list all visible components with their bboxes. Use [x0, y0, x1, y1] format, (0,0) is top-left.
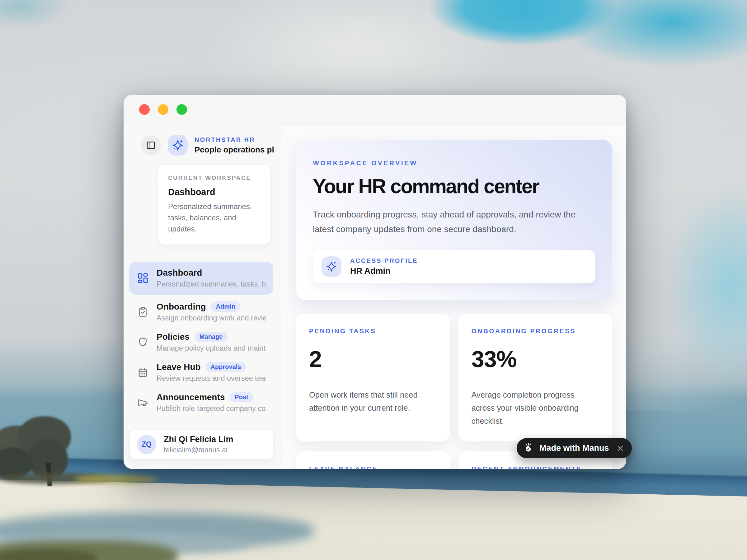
stat-label: ONBOARDING PROGRESS: [471, 327, 599, 335]
sparkle-icon: [321, 256, 341, 277]
stat-label: PENDING TASKS: [309, 327, 437, 335]
clipboard-check-icon: [137, 306, 149, 318]
sidebar-item-leave-hub[interactable]: Leave Hub Approvals Review requests and …: [129, 359, 273, 385]
main-content: WORKSPACE OVERVIEW Your HR command cente…: [281, 125, 626, 469]
nav-item-badge: Admin: [211, 301, 240, 312]
window-titlebar: [124, 95, 626, 125]
close-icon[interactable]: [616, 444, 625, 453]
made-with-manus-badge[interactable]: Made with Manus: [517, 438, 632, 458]
brand-name: NORTHSTAR HR: [195, 136, 274, 143]
panel-left-icon: [146, 140, 156, 150]
nav-item-label: Policies: [157, 332, 189, 342]
page-title: Your HR command center: [313, 175, 595, 198]
nav-item-label: Leave Hub: [157, 362, 201, 372]
access-profile-card: ACCESS PROFILE HR Admin: [313, 250, 595, 283]
user-email: felicialim@manus.ai: [164, 446, 233, 454]
close-window-button[interactable]: [139, 104, 150, 115]
background-grass-highlight: [74, 475, 158, 483]
workspace-card-label: CURRENT WORKSPACE: [168, 175, 260, 181]
sidebar-header: NORTHSTAR HR People operations platf...: [141, 135, 274, 156]
stat-label: RECENT ANNOUNCEMENTS: [471, 465, 599, 469]
sidebar-item-dashboard[interactable]: Dashboard Personalized summaries, tasks,…: [129, 262, 273, 295]
sidebar-item-onboarding[interactable]: Onboarding Admin Assign onboarding work …: [129, 299, 273, 325]
nav-item-label: Dashboard: [157, 268, 202, 278]
shield-icon: [137, 337, 149, 348]
stats-row: PENDING TASKS 2 Open work items that sti…: [296, 314, 612, 441]
stat-description: Average completion progress across your …: [471, 389, 599, 427]
sparkle-icon: [172, 139, 184, 152]
leave-balance-card: LEAVE BALANCE: [296, 451, 450, 469]
nav-item-description: Assign onboarding work and review ...: [157, 314, 266, 322]
brand: NORTHSTAR HR People operations platf...: [195, 136, 274, 155]
sidebar: NORTHSTAR HR People operations platf... …: [124, 125, 281, 469]
stat-value: 33%: [471, 346, 599, 372]
manus-logo-icon: [522, 442, 535, 455]
sidebar-item-policies[interactable]: Policies Manage Manage policy uploads an…: [129, 329, 273, 355]
pending-tasks-card: PENDING TASKS 2 Open work items that sti…: [296, 314, 450, 441]
hero-eyebrow: WORKSPACE OVERVIEW: [313, 159, 595, 167]
nav-item-label: Announcements: [157, 392, 225, 402]
avatar: ZQ: [137, 435, 156, 454]
calendar-icon: [137, 367, 149, 378]
nav-item-badge: Manage: [195, 331, 228, 342]
access-profile-value: HR Admin: [350, 266, 418, 276]
sidebar-item-announcements[interactable]: Announcements Post Publish role-targeted…: [129, 390, 273, 415]
app-logo: [168, 135, 188, 156]
user-profile[interactable]: ZQ Zhi Qi Felicia Lim felicialim@manus.a…: [130, 429, 273, 459]
manus-badge-label: Made with Manus: [539, 443, 609, 453]
background-grass: [0, 550, 97, 560]
nav-item-badge: Approvals: [206, 362, 246, 372]
nav-item-label: Onboarding: [157, 302, 206, 312]
sidebar-nav: Dashboard Personalized summaries, tasks,…: [124, 262, 281, 420]
nav-item-description: Publish role-targeted company com...: [157, 404, 266, 413]
nav-item-description: Personalized summaries, tasks, bal...: [157, 280, 266, 288]
nav-item-description: Review requests and oversee team l...: [157, 374, 266, 383]
megaphone-icon: [137, 397, 149, 408]
workspace-overview-hero: WORKSPACE OVERVIEW Your HR command cente…: [296, 140, 612, 300]
current-workspace-card: CURRENT WORKSPACE Dashboard Personalized…: [157, 164, 271, 245]
minimize-window-button[interactable]: [158, 104, 169, 115]
access-profile-label: ACCESS PROFILE: [350, 257, 418, 264]
nav-item-badge: Post: [230, 392, 253, 402]
brand-tagline: People operations platf...: [195, 145, 274, 155]
zoom-window-button[interactable]: [177, 104, 187, 115]
hero-description: Track onboarding progress, stay ahead of…: [313, 207, 593, 236]
onboarding-progress-card: ONBOARDING PROGRESS 33% Average completi…: [459, 314, 613, 441]
stat-value: 2: [309, 346, 437, 372]
desktop: NORTHSTAR HR People operations platf... …: [0, 0, 747, 560]
stat-label: LEAVE BALANCE: [309, 465, 437, 469]
workspace-card-description: Personalized summaries, tasks, balances,…: [168, 201, 260, 235]
user-name: Zhi Qi Felicia Lim: [164, 435, 233, 444]
nav-item-description: Manage policy uploads and maintain ...: [157, 344, 266, 352]
app-window: NORTHSTAR HR People operations platf... …: [124, 95, 626, 469]
sidebar-toggle-button[interactable]: [141, 135, 161, 155]
sidebar-divider: [124, 422, 281, 422]
stat-description: Open work items that still need attentio…: [309, 389, 437, 415]
layout-dashboard-icon: [137, 272, 149, 284]
workspace-card-title: Dashboard: [168, 187, 260, 197]
